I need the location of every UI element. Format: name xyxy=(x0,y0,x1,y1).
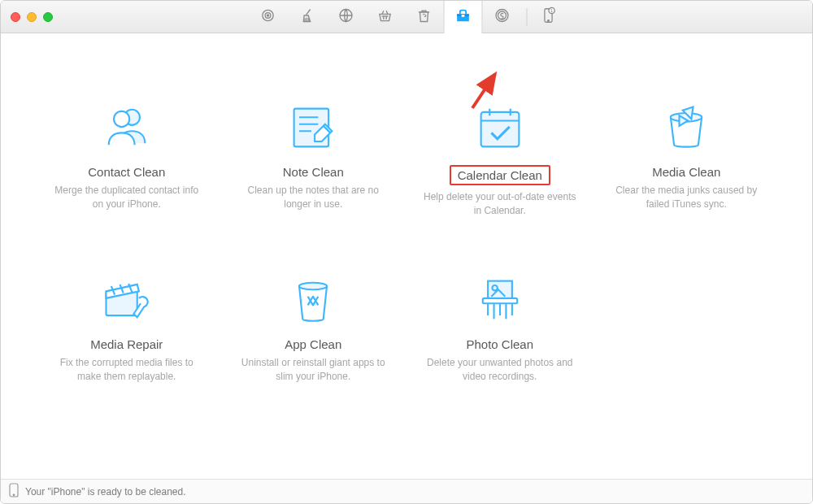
close-window-button[interactable] xyxy=(11,12,20,22)
minimize-window-button[interactable] xyxy=(27,12,37,22)
tab-coin[interactable] xyxy=(483,1,522,33)
tile-title: Note Clean xyxy=(283,165,344,179)
titlebar: 1 xyxy=(1,1,812,33)
tile-desc: Fix the corrupted media files to make th… xyxy=(50,356,204,385)
zoom-window-button[interactable] xyxy=(43,12,53,22)
tab-target[interactable] xyxy=(249,1,288,33)
tools-grid: Contact Clean Merge the duplicated conta… xyxy=(1,33,812,417)
tile-title: App Clean xyxy=(285,337,341,351)
basket-icon xyxy=(377,7,393,27)
tile-photo-clean[interactable]: Photo Clean Delete your unwanted photos … xyxy=(413,271,587,385)
tab-sweeper[interactable] xyxy=(288,1,327,33)
tile-title: Media Clean xyxy=(652,165,720,179)
tile-desc: Merge the duplicated contact info on you… xyxy=(50,184,204,212)
svg-point-2 xyxy=(267,15,269,16)
svg-point-6 xyxy=(498,11,506,20)
tile-title: Media Repair xyxy=(90,337,163,351)
tile-contact-clean[interactable]: Contact Clean Merge the duplicated conta… xyxy=(40,98,214,219)
svg-point-8 xyxy=(548,20,550,21)
target-icon xyxy=(260,7,276,27)
sweep-icon xyxy=(299,7,315,27)
content-area: Contact Clean Merge the duplicated conta… xyxy=(1,33,812,479)
app-window: 1 xyxy=(0,0,813,504)
calendar-check-icon xyxy=(471,98,529,157)
tile-desc: Clean up the notes that are no longer in… xyxy=(236,184,390,212)
media-bucket-icon xyxy=(657,98,715,157)
svg-point-12 xyxy=(114,111,129,127)
tile-desc: Delete your unwanted photos and video re… xyxy=(423,356,577,385)
tile-calendar-clean[interactable]: Calendar Clean Help delete your out-of-d… xyxy=(413,98,587,219)
tile-note-clean[interactable]: Note Clean Clean up the notes that are n… xyxy=(227,98,401,219)
tab-toolbox[interactable] xyxy=(444,1,483,33)
contacts-icon xyxy=(98,98,156,157)
tile-title: Photo Clean xyxy=(466,337,533,351)
photo-shred-icon xyxy=(471,271,529,329)
status-text: Your "iPhone" is ready to be cleaned. xyxy=(25,486,186,497)
toolbar: 1 xyxy=(249,1,565,33)
tile-app-clean[interactable]: App Clean Uninstall or reinstall giant a… xyxy=(227,271,401,385)
clapper-wrench-icon xyxy=(98,271,156,329)
svg-rect-14 xyxy=(480,112,519,147)
coin-icon xyxy=(494,7,511,27)
globe-icon xyxy=(338,7,354,27)
svg-point-22 xyxy=(13,494,15,496)
toolbar-tabs xyxy=(249,1,522,33)
window-controls xyxy=(1,12,53,22)
tile-title: Contact Clean xyxy=(88,165,165,179)
tab-globe[interactable] xyxy=(327,1,366,33)
tile-media-clean[interactable]: Media Clean Clear the media junks caused… xyxy=(600,98,774,219)
tile-media-repair[interactable]: Media Repair Fix the corrupted media fil… xyxy=(40,271,214,385)
tile-desc: Uninstall or reinstall giant apps to sli… xyxy=(236,356,390,385)
svg-text:1: 1 xyxy=(550,8,553,13)
tab-basket[interactable] xyxy=(366,1,405,33)
statusbar: Your "iPhone" is ready to be cleaned. xyxy=(1,479,812,503)
svg-rect-4 xyxy=(462,15,465,17)
svg-point-17 xyxy=(299,283,327,290)
tile-desc: Help delete your out-of-date events in C… xyxy=(423,190,577,219)
phone-device-icon: 1 xyxy=(540,7,558,28)
phone-small-icon xyxy=(9,483,19,500)
toolbar-divider xyxy=(527,8,528,26)
toolbox-icon xyxy=(454,7,472,28)
note-eraser-icon xyxy=(284,98,342,157)
tile-desc: Clear the media junks caused by failed i… xyxy=(609,184,763,212)
device-button[interactable]: 1 xyxy=(533,7,565,28)
tab-recycle[interactable] xyxy=(405,1,444,33)
app-trash-icon xyxy=(284,271,342,329)
tile-title-highlighted: Calendar Clean xyxy=(450,165,550,185)
recycle-icon xyxy=(416,7,433,27)
